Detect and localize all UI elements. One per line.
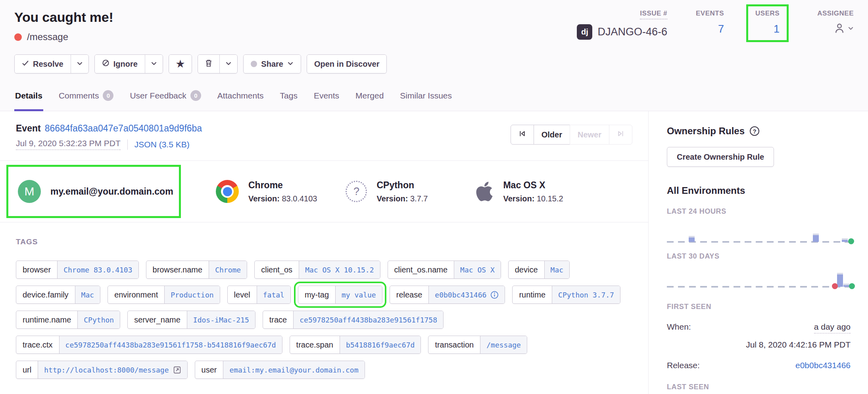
tags-heading: TAGS (16, 238, 632, 246)
runtime-context-card: ? CPython Version: 3.7.7 (346, 180, 428, 203)
create-ownership-rule-button[interactable]: Create Ownership Rule (667, 147, 774, 167)
tag-key: browser.name (146, 261, 209, 278)
tag-pill-device-family[interactable]: device.familyMac (16, 286, 100, 304)
resolve-button[interactable]: Resolve (15, 55, 71, 73)
tab-attachments[interactable]: Attachments (217, 83, 265, 111)
tag-pill-url[interactable]: urlhttp://localhost:8000/message (16, 361, 188, 379)
tab-tags[interactable]: Tags (279, 83, 298, 111)
tag-pill-server-name[interactable]: server_nameIdos-iMac-215 (127, 311, 255, 329)
info-icon (490, 291, 499, 299)
tag-key: environment (108, 286, 164, 303)
chevron-down-icon (848, 25, 854, 33)
tag-value: /message (480, 336, 527, 353)
events-column: EVENTS 7 (696, 10, 724, 35)
release-link[interactable]: e0b0bc431466 (795, 361, 851, 370)
tag-pill-trace[interactable]: tracece5978250aff4438ba283e91561f1758 (263, 311, 444, 329)
older-event-button[interactable]: Older (534, 125, 570, 145)
tag-value: email:my.email@your.domain.com (223, 361, 364, 379)
tag-value: CPython (77, 311, 120, 328)
tag-pill-release[interactable]: releasee0b0bc431466 (390, 286, 505, 304)
share-button[interactable]: Share (244, 55, 301, 73)
tag-value: http://localhost:8000/message (38, 361, 187, 379)
tag-key: level (228, 286, 257, 303)
tab-user-feedback[interactable]: User Feedback0 (129, 83, 202, 111)
tag-pill-trace-span[interactable]: trace.spanb5418816f9aec67d (290, 336, 421, 354)
tag-pill-runtime[interactable]: runtimeCPython 3.7.7 (512, 286, 620, 304)
tag-key: server_name (128, 311, 187, 328)
tag-pill-browser[interactable]: browserChrome 83.0.4103 (16, 261, 139, 279)
event-id-link[interactable]: 86684fa63aa047e7a0540801a9d9f6ba (45, 123, 202, 133)
mute-icon (102, 59, 109, 69)
error-level-dot (14, 33, 22, 41)
oldest-event-button[interactable] (511, 125, 534, 145)
bookmark-button[interactable]: ★ (169, 55, 192, 73)
tab-merged[interactable]: Merged (355, 83, 384, 111)
tab-label: Merged (355, 91, 384, 100)
chevron-down-icon (151, 60, 157, 69)
tag-value: e0b0bc431466 (428, 286, 505, 303)
tag-key: client_os.name (388, 261, 454, 278)
chart-marker-green (848, 238, 854, 244)
issue-title-block: You caught me! /message (14, 10, 113, 42)
tag-value: CPython 3.7.7 (552, 286, 620, 303)
last-24-hours-label: LAST 24 HOURS (667, 207, 851, 216)
tab-details[interactable]: Details (14, 83, 43, 111)
tab-events[interactable]: Events (313, 83, 340, 111)
latest-event-button[interactable] (609, 125, 632, 145)
assignee-label: ASSIGNEE (817, 10, 854, 17)
tag-value: Chrome 83.0.4103 (57, 261, 138, 278)
runtime-version: Version: 3.7.7 (376, 194, 428, 203)
ignore-button[interactable]: Ignore (95, 55, 145, 73)
events-count-link[interactable]: 7 (696, 23, 724, 35)
last-24-hours-chart[interactable] (667, 216, 851, 250)
users-column-highlight: USERS 1 (746, 4, 789, 42)
person-icon (833, 22, 845, 36)
chevron-down-icon (77, 60, 83, 69)
tag-pill-trace-ctx[interactable]: trace.ctxce5978250aff4438ba283e91561f175… (16, 336, 282, 354)
issue-number-column: ISSUE # dj DJANGO-46-6 (577, 10, 667, 40)
runtime-name: CPython (376, 180, 428, 191)
chart-marker-green (849, 283, 855, 289)
tag-pill-user[interactable]: useremail:my.email@your.domain.com (195, 361, 365, 379)
delete-dropdown-button[interactable] (219, 55, 237, 73)
tab-count-badge: 0 (190, 90, 201, 101)
tag-pill-client-os-name[interactable]: client_os.nameMac OS X (388, 261, 501, 279)
tags-section: TAGS browserChrome 83.0.4103browser.name… (0, 222, 648, 394)
help-question-icon[interactable]: ? (750, 126, 759, 136)
delete-button[interactable] (198, 55, 219, 73)
tag-value: ce5978250aff4438ba283e91561f1758-b541881… (59, 336, 282, 353)
when-label: When: (667, 322, 691, 332)
assignee-dropdown[interactable] (817, 22, 854, 36)
event-json-link[interactable]: JSON (3.5 KB) (134, 140, 190, 149)
chrome-icon (216, 180, 239, 203)
release-label: Release: (667, 361, 700, 370)
event-label: Event (16, 123, 41, 133)
tag-pill-transaction[interactable]: transaction/message (428, 336, 527, 354)
tag-pill-environment[interactable]: environmentProduction (108, 286, 220, 304)
apple-icon (475, 180, 494, 203)
issue-details-page: You caught me! /message ISSUE # dj DJANG… (0, 0, 868, 394)
resolve-dropdown-button[interactable] (71, 55, 88, 73)
django-project-badge: dj (577, 24, 592, 40)
ownership-rules-title: Ownership Rules (667, 126, 745, 137)
tab-comments[interactable]: Comments0 (58, 83, 115, 111)
tag-value: fatal (257, 286, 290, 303)
tag-pill-client-os[interactable]: client_osMac OS X 10.15.2 (254, 261, 380, 279)
tag-value: Production (164, 286, 219, 303)
tag-pill-device[interactable]: deviceMac (508, 261, 570, 279)
last-30-days-chart[interactable] (667, 261, 851, 295)
tag-pill-my-tag[interactable]: my-tagmy value (298, 286, 382, 304)
tag-pill-browser-name[interactable]: browser.nameChrome (146, 261, 248, 279)
users-count-link[interactable]: 1 (755, 23, 780, 35)
tag-value: Idos-iMac-215 (187, 311, 255, 328)
tag-pill-level[interactable]: levelfatal (227, 286, 291, 304)
external-link-icon[interactable] (173, 366, 181, 374)
ignore-dropdown-button[interactable] (145, 55, 163, 73)
tag-value: ce5978250aff4438ba283e91561f1758 (293, 311, 443, 328)
tab-similar-issues[interactable]: Similar Issues (399, 83, 453, 111)
tag-key: my-tag (298, 286, 335, 303)
open-in-discover-button[interactable]: Open in Discover (307, 55, 387, 73)
tag-pill-runtime-name[interactable]: runtime.nameCPython (16, 311, 120, 329)
newer-event-button[interactable]: Newer (570, 125, 609, 145)
tag-key: transaction (428, 336, 480, 353)
